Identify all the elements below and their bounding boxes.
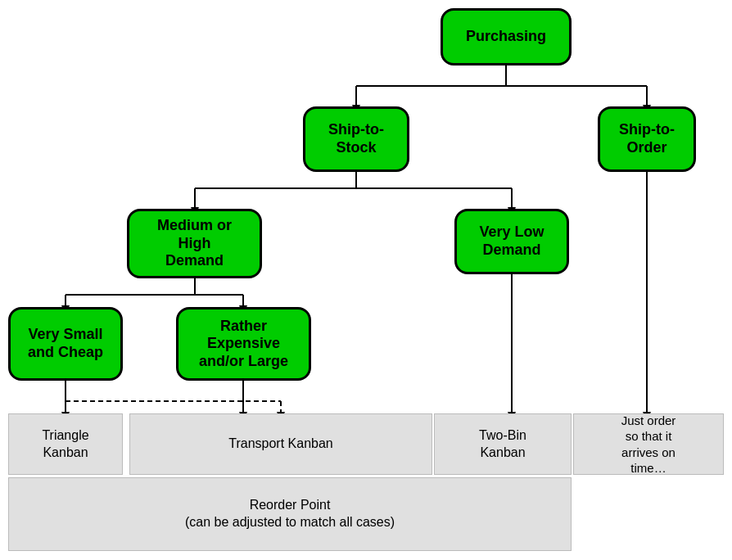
transport-kanban-label: Transport Kanban [129, 413, 432, 475]
two-bin-kanban-label: Two-BinKanban [434, 413, 572, 475]
very-small-cheap-node: Very Smalland Cheap [8, 307, 123, 381]
purchasing-node: Purchasing [441, 8, 572, 65]
diagram-container: Purchasing Ship-to-Stock Ship-to-Order M… [0, 0, 732, 560]
just-order-label: Just orderso that itarrives ontime… [573, 413, 724, 475]
ship-to-order-node: Ship-to-Order [598, 106, 696, 172]
reorder-point-label: Reorder Point(can be adjusted to match a… [8, 477, 572, 551]
triangle-kanban-label: TriangleKanban [8, 413, 123, 475]
ship-to-stock-node: Ship-to-Stock [303, 106, 409, 172]
rather-expensive-node: Rather Expensiveand/or Large [176, 307, 311, 381]
medium-high-demand-node: Medium or HighDemand [127, 209, 262, 278]
very-low-demand-node: Very LowDemand [454, 209, 569, 274]
